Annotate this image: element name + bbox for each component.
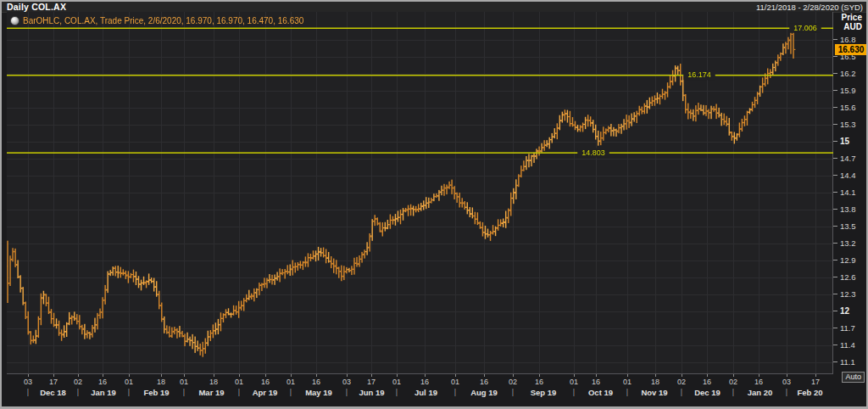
y-axis-tick: 15.3 bbox=[833, 120, 856, 129]
x-axis-tick-mark bbox=[513, 374, 514, 377]
y-axis-tick-label: 11.4 bbox=[840, 340, 855, 350]
x-axis-month-label: Aug 19 bbox=[462, 388, 506, 397]
x-axis[interactable]: 0317021601180118011601160317011601160216… bbox=[7, 374, 833, 403]
x-axis-day-label: 01 bbox=[446, 378, 465, 386]
x-axis-month-label: Jun 19 bbox=[350, 388, 394, 397]
x-axis-day-label: 03 bbox=[337, 378, 356, 386]
y-axis-tick: 13.5 bbox=[833, 221, 856, 231]
month-separator: | bbox=[235, 388, 243, 396]
x-axis-month-label: May 19 bbox=[297, 388, 341, 397]
x-axis-tick-mark bbox=[425, 374, 426, 377]
x-axis-tick-mark bbox=[759, 374, 760, 377]
y-axis-tick-label: 13.5 bbox=[840, 221, 856, 231]
x-axis-day-label: 02 bbox=[724, 378, 743, 386]
month-separator: | bbox=[570, 388, 578, 396]
auto-scale-button[interactable]: Auto bbox=[842, 372, 865, 383]
x-axis-tick-mark bbox=[316, 374, 317, 377]
x-axis-month-label: Dec 18 bbox=[31, 388, 75, 397]
y-axis-tick: 12 bbox=[833, 306, 849, 316]
y-axis-tick-mark bbox=[833, 209, 837, 210]
y-axis-tick: 16.2 bbox=[833, 69, 856, 78]
y-axis-tick-label: 12.6 bbox=[840, 272, 856, 282]
y-axis-tick-mark bbox=[833, 56, 837, 57]
x-axis-tick-mark bbox=[484, 374, 485, 377]
x-axis-tick-mark bbox=[214, 374, 214, 377]
x-axis-day-label: 01 bbox=[281, 378, 300, 386]
y-axis-tick-mark bbox=[833, 141, 837, 142]
y-axis-tick-label: 11.7 bbox=[840, 323, 855, 333]
y-axis-tick-mark bbox=[833, 39, 837, 40]
y-axis-tick-mark bbox=[833, 158, 837, 159]
x-axis-tick-mark bbox=[682, 374, 682, 377]
x-axis-month-label: Nov 19 bbox=[632, 388, 676, 397]
x-axis-day-label: 16 bbox=[93, 378, 112, 386]
month-separator: | bbox=[729, 388, 737, 396]
x-axis-month-label: Dec 19 bbox=[686, 388, 730, 397]
y-axis-tick-mark bbox=[833, 260, 837, 261]
y-axis-tick-label: 15.3 bbox=[840, 120, 856, 129]
y-axis-tick-mark bbox=[833, 311, 837, 311]
price-chart-canvas[interactable] bbox=[7, 12, 833, 374]
y-axis-tick: 13.8 bbox=[833, 204, 856, 214]
x-axis-tick-mark bbox=[184, 374, 185, 377]
y-axis-tick-label: 15.9 bbox=[840, 86, 856, 95]
x-axis-day-label: 16 bbox=[256, 378, 275, 386]
x-axis-day-label: 01 bbox=[387, 378, 406, 386]
y-axis-tick: 15 bbox=[833, 137, 849, 146]
x-axis-month-label: Feb 20 bbox=[788, 388, 832, 397]
chart-stage: Daily COL.AX 11/21/2018 - 2/28/2020 (SYD… bbox=[2, 2, 866, 406]
y-axis-tick: 12.6 bbox=[833, 272, 856, 282]
x-axis-tick-mark bbox=[291, 374, 292, 377]
x-axis-day-label: 16 bbox=[475, 378, 493, 386]
y-axis-tick-mark bbox=[833, 192, 837, 193]
x-axis-day-label: 17 bbox=[44, 378, 63, 386]
x-axis-day-label: 01 bbox=[565, 378, 583, 386]
y-axis-title-price: Price bbox=[842, 13, 862, 22]
y-axis-tick: 14.1 bbox=[833, 188, 856, 197]
x-axis-tick-mark bbox=[815, 374, 816, 377]
x-axis-day-label: 16 bbox=[749, 378, 768, 386]
last-price-badge: 16.630 bbox=[835, 44, 867, 55]
y-axis-tick-label: 15.6 bbox=[840, 103, 856, 112]
month-separator: | bbox=[392, 388, 401, 396]
y-axis-tick: 14.7 bbox=[833, 154, 856, 163]
x-axis-month-label: Feb 19 bbox=[135, 388, 179, 397]
x-axis-day-label: 17 bbox=[806, 378, 825, 386]
y-axis-tick-mark bbox=[833, 361, 837, 362]
y-axis-tick-mark bbox=[833, 73, 837, 74]
x-axis-tick-mark bbox=[455, 374, 456, 377]
legend-sphere-icon[interactable] bbox=[10, 16, 19, 25]
y-axis-tick-label: 16.2 bbox=[840, 69, 856, 78]
page-title: Daily COL.AX bbox=[7, 2, 66, 12]
y-axis-tick: 13.2 bbox=[833, 238, 856, 248]
month-separator: | bbox=[287, 388, 295, 396]
x-axis-tick-mark bbox=[129, 374, 130, 377]
y-axis-tick-label: 12.3 bbox=[840, 289, 856, 299]
y-axis-tick-mark bbox=[833, 328, 837, 328]
x-axis-day-label: 03 bbox=[19, 378, 37, 386]
x-axis-day-label: 16 bbox=[587, 378, 605, 386]
x-axis-month-label: Jul 19 bbox=[404, 388, 448, 397]
y-axis-tick: 11.1 bbox=[833, 357, 855, 367]
month-separator: | bbox=[451, 388, 459, 396]
x-axis-tick-mark bbox=[347, 374, 348, 377]
month-separator: | bbox=[509, 388, 517, 396]
y-axis-tick-label: 14.7 bbox=[840, 154, 856, 163]
x-axis-tick-mark bbox=[239, 374, 240, 377]
x-axis-day-label: 16 bbox=[307, 378, 326, 386]
y-axis-tick-label: 11.1 bbox=[840, 357, 855, 367]
x-axis-day-label: 01 bbox=[120, 378, 138, 386]
x-axis-day-label: 01 bbox=[230, 378, 248, 386]
y-axis[interactable]: 16.816.516.215.915.615.31514.714.414.113… bbox=[833, 2, 868, 406]
x-axis-month-label: Jan 19 bbox=[81, 388, 125, 397]
y-axis-tick-label: 12 bbox=[840, 306, 849, 316]
x-axis-tick-mark bbox=[161, 374, 162, 377]
y-axis-tick: 15.6 bbox=[833, 103, 856, 112]
y-axis-tick-mark bbox=[833, 175, 837, 176]
x-axis-tick-mark bbox=[265, 374, 266, 377]
x-axis-tick-mark bbox=[574, 374, 575, 377]
x-axis-tick-mark bbox=[655, 374, 656, 377]
x-axis-tick-mark bbox=[787, 374, 787, 377]
y-axis-tick: 16.8 bbox=[833, 35, 856, 44]
y-axis-tick-label: 12.9 bbox=[840, 255, 856, 265]
